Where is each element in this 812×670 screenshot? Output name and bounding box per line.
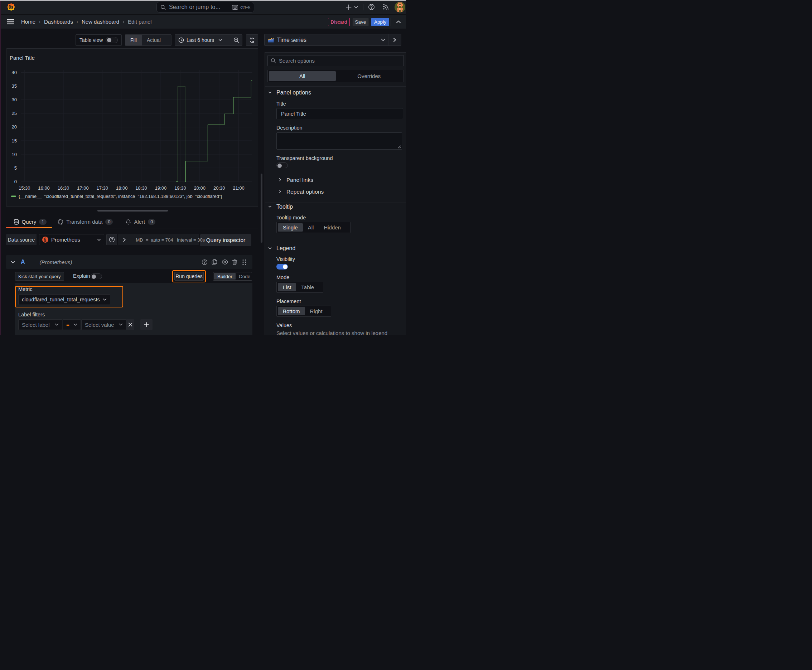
svg-text:5: 5 (14, 165, 17, 171)
svg-text:17:30: 17:30 (97, 185, 108, 191)
svg-text:25: 25 (12, 111, 17, 116)
svg-text:18:00: 18:00 (116, 185, 128, 191)
svg-text:20:00: 20:00 (194, 185, 206, 191)
svg-text:20: 20 (12, 124, 17, 130)
svg-text:16:30: 16:30 (58, 185, 70, 191)
svg-text:18:30: 18:30 (135, 185, 147, 191)
svg-text:19:30: 19:30 (175, 185, 186, 191)
svg-text:40: 40 (12, 70, 17, 75)
svg-text:30: 30 (12, 97, 17, 102)
svg-text:35: 35 (12, 83, 17, 89)
svg-text:21:00: 21:00 (233, 185, 244, 191)
svg-text:17:00: 17:00 (77, 185, 89, 191)
svg-text:10: 10 (12, 152, 17, 157)
svg-text:15:30: 15:30 (19, 185, 31, 191)
svg-text:0: 0 (14, 179, 17, 184)
svg-text:19:00: 19:00 (155, 185, 167, 191)
svg-text:15: 15 (12, 138, 17, 144)
svg-text:16:00: 16:00 (38, 185, 50, 191)
svg-text:{__name__="cloudflared_tunnel_: {__name__="cloudflared_tunnel_total_requ… (19, 194, 222, 199)
svg-text:20:30: 20:30 (214, 185, 225, 191)
